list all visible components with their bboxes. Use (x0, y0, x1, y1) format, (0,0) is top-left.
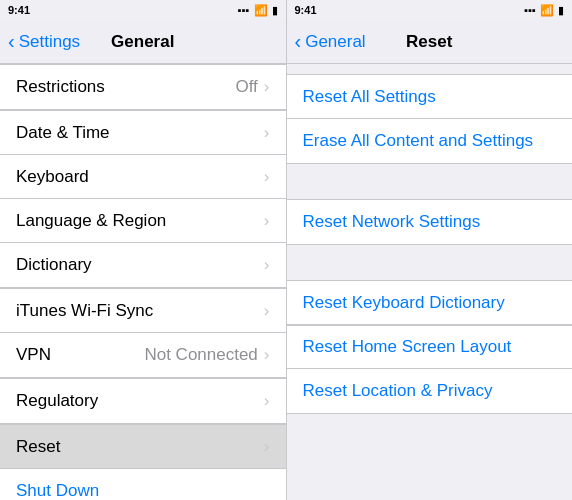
right-nav-bar: ‹ General Reset (287, 20, 573, 64)
right-section-1: Reset All Settings Erase All Content and… (287, 74, 573, 164)
right-nav-title: Reset (406, 32, 452, 52)
left-back-button[interactable]: ‹ Settings (8, 30, 80, 53)
wifi-icon: 📶 (254, 4, 268, 17)
left-section-datetime: Date & Time › Keyboard › Language & Regi… (0, 110, 286, 288)
left-item-datetime[interactable]: Date & Time › (0, 111, 286, 155)
left-datetime-chevron-icon: › (264, 123, 270, 143)
left-section-regulatory: Regulatory › (0, 378, 286, 424)
right-back-button[interactable]: ‹ General (295, 30, 366, 53)
left-vpn-chevron-icon: › (264, 345, 270, 365)
left-panel: 9:41 ▪▪▪ 📶 ▮ ‹ Settings General Restrict… (0, 0, 286, 500)
left-dictionary-label: Dictionary (16, 255, 264, 275)
left-item-keyboard[interactable]: Keyboard › (0, 155, 286, 199)
right-reset-location-label: Reset Location & Privacy (303, 381, 493, 401)
left-itunes-label: iTunes Wi-Fi Sync (16, 301, 264, 321)
right-item-reset-all-settings[interactable]: Reset All Settings (287, 75, 573, 119)
left-item-reset[interactable]: Reset › (0, 425, 286, 469)
left-item-dictionary[interactable]: Dictionary › (0, 243, 286, 287)
left-restrictions-value: Off (235, 77, 257, 97)
right-erase-all-label: Erase All Content and Settings (303, 131, 534, 151)
left-item-restrictions[interactable]: Restrictions Off › (0, 65, 286, 109)
left-vpn-value: Not Connected (144, 345, 257, 365)
right-time: 9:41 (295, 4, 317, 16)
left-section-reset: Reset › Shut Down (0, 424, 286, 500)
left-dictionary-chevron-icon: › (264, 255, 270, 275)
left-back-chevron-icon: ‹ (8, 30, 15, 53)
battery-icon: ▮ (272, 4, 278, 17)
left-section-itunes: iTunes Wi-Fi Sync › VPN Not Connected › (0, 288, 286, 378)
right-panel: 9:41 ▪▪▪ 📶 ▮ ‹ General Reset Reset All S… (287, 0, 573, 500)
right-back-label: General (305, 32, 365, 52)
right-reset-home-label: Reset Home Screen Layout (303, 337, 512, 357)
right-section-3: Reset Keyboard Dictionary Reset Home Scr… (287, 280, 573, 414)
left-language-chevron-icon: › (264, 211, 270, 231)
right-item-reset-location[interactable]: Reset Location & Privacy (287, 369, 573, 413)
right-item-reset-home[interactable]: Reset Home Screen Layout (287, 325, 573, 369)
right-item-reset-keyboard[interactable]: Reset Keyboard Dictionary (287, 281, 573, 325)
right-back-chevron-icon: ‹ (295, 30, 302, 53)
left-reset-label: Reset (16, 437, 264, 457)
right-signal-icon: ▪▪▪ (524, 4, 536, 16)
left-restrictions-label: Restrictions (16, 77, 235, 97)
left-section-restrictions: Restrictions Off › (0, 64, 286, 110)
left-vpn-label: VPN (16, 345, 144, 365)
right-reset-keyboard-label: Reset Keyboard Dictionary (303, 293, 505, 313)
left-item-regulatory[interactable]: Regulatory › (0, 379, 286, 423)
left-item-shutdown[interactable]: Shut Down (0, 469, 286, 500)
left-shutdown-label: Shut Down (16, 481, 270, 500)
right-spacer-1 (287, 164, 573, 199)
left-itunes-chevron-icon: › (264, 301, 270, 321)
left-reset-chevron-icon: › (264, 437, 270, 457)
left-time: 9:41 (8, 4, 30, 16)
left-status-bar: 9:41 ▪▪▪ 📶 ▮ (0, 0, 286, 20)
left-language-label: Language & Region (16, 211, 264, 231)
right-status-icons: ▪▪▪ 📶 ▮ (524, 4, 564, 17)
right-item-reset-network[interactable]: Reset Network Settings (287, 200, 573, 244)
right-section-2: Reset Network Settings (287, 199, 573, 245)
right-spacer-top (287, 64, 573, 74)
left-regulatory-label: Regulatory (16, 391, 264, 411)
left-nav-title: General (111, 32, 174, 52)
left-item-language[interactable]: Language & Region › (0, 199, 286, 243)
left-restrictions-chevron-icon: › (264, 77, 270, 97)
left-keyboard-chevron-icon: › (264, 167, 270, 187)
right-status-bar: 9:41 ▪▪▪ 📶 ▮ (287, 0, 573, 20)
signal-icon: ▪▪▪ (238, 4, 250, 16)
right-reset-all-settings-label: Reset All Settings (303, 87, 436, 107)
left-status-icons: ▪▪▪ 📶 ▮ (238, 4, 278, 17)
left-regulatory-chevron-icon: › (264, 391, 270, 411)
right-reset-network-label: Reset Network Settings (303, 212, 481, 232)
left-back-label: Settings (19, 32, 80, 52)
right-wifi-icon: 📶 (540, 4, 554, 17)
left-nav-bar: ‹ Settings General (0, 20, 286, 64)
right-battery-icon: ▮ (558, 4, 564, 17)
left-item-vpn[interactable]: VPN Not Connected › (0, 333, 286, 377)
left-item-itunes[interactable]: iTunes Wi-Fi Sync › (0, 289, 286, 333)
right-item-erase-all[interactable]: Erase All Content and Settings (287, 119, 573, 163)
left-keyboard-label: Keyboard (16, 167, 264, 187)
right-spacer-2 (287, 245, 573, 280)
left-datetime-label: Date & Time (16, 123, 264, 143)
